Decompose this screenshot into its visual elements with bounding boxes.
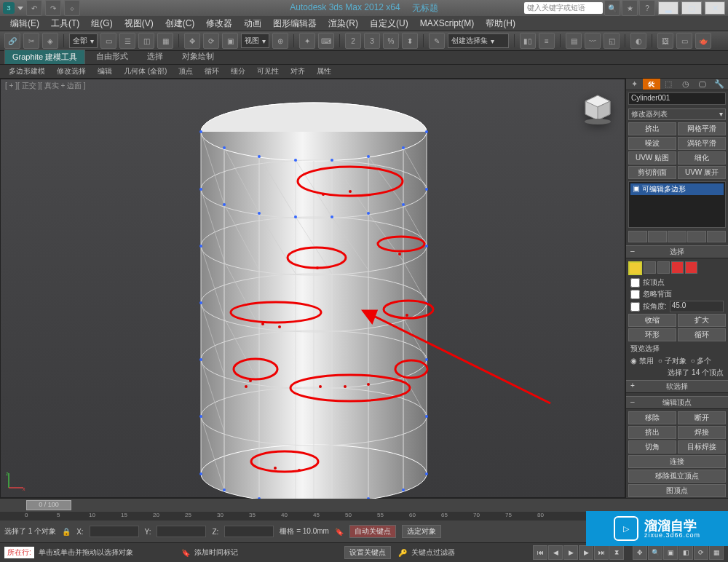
coord-x[interactable] [90, 526, 139, 537]
panel-edit[interactable]: 编辑 [93, 66, 116, 77]
btn-remove-unused[interactable]: 图顶点 [628, 484, 726, 497]
nav-orbit-icon[interactable]: ⟳ [694, 545, 708, 560]
spinner-snap-icon[interactable]: ⬍ [402, 33, 418, 49]
sel-filter[interactable]: 选定对象 [402, 525, 441, 538]
link-icon[interactable]: 🔗 [4, 33, 20, 49]
select-name-icon[interactable]: ☰ [119, 33, 135, 49]
angle-spinner[interactable]: 45.0 [670, 301, 724, 312]
window-crossing-icon[interactable]: ▦ [157, 33, 173, 49]
subobj-element-icon[interactable] [685, 261, 697, 274]
unlink-icon[interactable]: ✂ [23, 33, 39, 49]
panel-subdiv[interactable]: 细分 [226, 66, 250, 77]
render-frame-icon[interactable]: ▭ [676, 33, 692, 49]
radio-off[interactable]: ◉ 禁用 [630, 356, 654, 366]
nav-pan-icon[interactable]: ✥ [633, 545, 647, 560]
mod-uvwunwrap[interactable]: UVW 展开 [678, 166, 726, 179]
panel-align[interactable]: 对齐 [286, 66, 309, 77]
modifier-list[interactable]: 修改器列表▾ [628, 108, 726, 120]
subobj-edge-icon[interactable] [644, 261, 656, 274]
mod-turbosmooth[interactable]: 涡轮平滑 [678, 137, 726, 150]
menu-rendering[interactable]: 渲染(R) [323, 16, 364, 31]
scale-icon[interactable]: ▣ [222, 33, 238, 49]
layers-icon[interactable]: ▤ [566, 33, 582, 49]
named-sel-set[interactable]: 创建选择集▾ [448, 33, 509, 48]
move-icon[interactable]: ✥ [184, 33, 200, 49]
app-logo[interactable]: 3 [3, 2, 15, 14]
time-config-icon[interactable]: ⧗ [609, 545, 624, 560]
nav-zoom-icon[interactable]: 🔍 [648, 545, 662, 560]
btn-chamfer[interactable]: 切角 [628, 440, 676, 454]
btn-weld[interactable]: 焊接 [678, 426, 726, 439]
nav-zoomext-icon[interactable]: ▣ [663, 545, 678, 560]
mod-slice[interactable]: 剪切剖面 [628, 166, 676, 179]
selection-filter[interactable]: 全部▾ [69, 33, 98, 48]
stack-showend-icon[interactable] [648, 231, 667, 242]
app-menu-arrow[interactable] [17, 7, 23, 10]
stack-unique-icon[interactable] [668, 231, 687, 242]
nav-fov-icon[interactable]: ◧ [678, 545, 693, 560]
nav-maxtoggle-icon[interactable]: ▦ [709, 545, 724, 560]
ref-coord[interactable]: 视图▾ [241, 33, 269, 48]
lock-icon[interactable]: 🔒 [62, 528, 71, 536]
goto-end-icon[interactable]: ⏭ [594, 545, 609, 560]
window-minimize[interactable]: ▂ [658, 1, 678, 15]
btn-ring[interactable]: 环形 [628, 328, 676, 341]
key-filters[interactable]: 关键点过滤器 [411, 547, 455, 558]
time-slider-thumb[interactable]: 0 / 100 [26, 500, 71, 510]
tab-display-icon[interactable]: 🖵 [694, 79, 711, 90]
tab-hierarchy-icon[interactable]: ⬚ [660, 79, 677, 90]
mod-noise[interactable]: 噪波 [628, 137, 676, 150]
ribbon-tab-objectpaint[interactable]: 对象绘制 [174, 49, 222, 64]
mod-uvwmap[interactable]: UVW 贴图 [628, 151, 676, 165]
modifier-stack[interactable]: ▣ 可编辑多边形 [628, 181, 726, 228]
script-line[interactable]: 所在行: [4, 547, 34, 558]
tab-utilities-icon[interactable]: 🔧 [711, 79, 728, 90]
menu-views[interactable]: 视图(V) [119, 16, 159, 31]
curve-editor-icon[interactable]: 〰 [585, 33, 601, 49]
render-prod-icon[interactable]: 🫖 [695, 33, 711, 49]
mod-extrude[interactable]: 挤出 [628, 122, 676, 135]
btn-shrink[interactable]: 收缩 [628, 314, 676, 327]
tab-create-icon[interactable]: ✦ [626, 79, 643, 90]
radio-subobj[interactable]: ○ 子对象 [658, 356, 687, 366]
btn-grow[interactable]: 扩大 [678, 314, 726, 327]
panel-props[interactable]: 属性 [312, 66, 336, 77]
play-icon[interactable]: ▶ [563, 545, 578, 560]
ribbon-tab-selection[interactable]: 选择 [139, 49, 171, 64]
align-icon[interactable]: ≡ [539, 33, 555, 49]
panel-modsel[interactable]: 修改选择 [52, 66, 90, 77]
manipulate-icon[interactable]: ✦ [299, 33, 315, 49]
menu-modifiers[interactable]: 修改器 [200, 16, 238, 31]
chk-ignoreback[interactable]: 忽略背面 [630, 289, 724, 299]
menu-customize[interactable]: 自定义(U) [364, 16, 414, 31]
menu-animation[interactable]: 动画 [238, 16, 267, 31]
window-close[interactable]: ✕ [705, 1, 725, 15]
menu-edit[interactable]: 编辑(E) [4, 16, 45, 31]
time-slider[interactable]: 0 / 100 [0, 499, 728, 512]
panel-polymodel[interactable]: 多边形建模 [4, 66, 50, 77]
next-frame-icon[interactable]: ▶ [579, 545, 593, 560]
menu-tools[interactable]: 工具(T) [45, 16, 85, 31]
snap-percent-icon[interactable]: % [383, 33, 399, 49]
panel-vertex[interactable]: 顶点 [174, 66, 197, 77]
goto-start-icon[interactable]: ⏮ [533, 545, 547, 560]
chk-byvertex[interactable]: 按顶点 [630, 277, 724, 288]
mod-tessellate[interactable]: 细化 [678, 151, 726, 165]
panel-loops[interactable]: 循环 [200, 66, 223, 77]
keyboard-icon[interactable]: ⌨ [318, 33, 334, 49]
menu-grapheditors[interactable]: 图形编辑器 [267, 16, 323, 31]
snap-angle-icon[interactable]: 3 [364, 33, 380, 49]
rollout-softsel[interactable]: 软选择 [626, 380, 728, 393]
coord-y[interactable] [157, 526, 206, 537]
ribbon-tab-graphite[interactable]: Graphite 建模工具 [4, 50, 85, 64]
bind-icon[interactable]: ◈ [42, 33, 58, 49]
subobj-vertex-icon[interactable] [628, 261, 642, 275]
stack-pin-icon[interactable] [628, 231, 647, 242]
menu-create[interactable]: 创建(C) [159, 16, 201, 31]
btn-autokey[interactable]: 自动关键点 [349, 525, 396, 538]
ribbon-tab-freeform[interactable]: 自由形式 [88, 49, 136, 64]
stack-remove-icon[interactable] [687, 231, 706, 242]
object-name-field[interactable]: Cylinder001 [628, 92, 726, 104]
schematic-icon[interactable]: ◱ [604, 33, 620, 49]
tab-modify-icon[interactable]: 🛠 [643, 79, 660, 90]
